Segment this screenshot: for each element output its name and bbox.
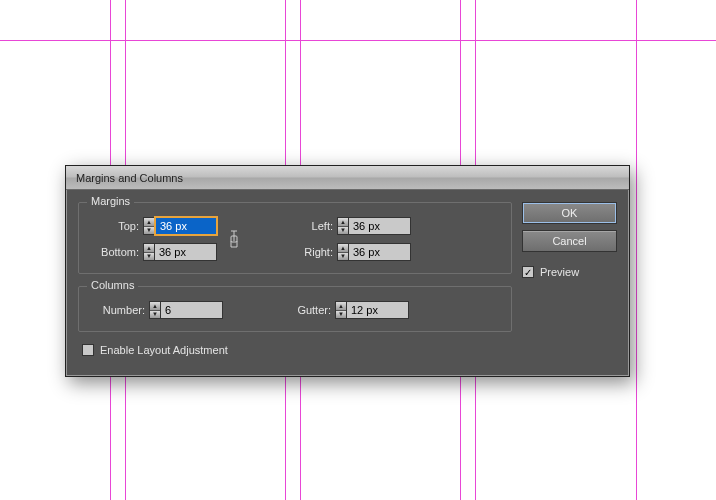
checkbox-icon[interactable]: ✓ — [522, 266, 534, 278]
top-stepper[interactable]: ▲▼ — [143, 217, 155, 235]
chevron-up-icon[interactable]: ▲ — [144, 244, 154, 253]
columns-group: Columns Number: ▲▼ Gutter: — [78, 286, 512, 332]
chevron-down-icon[interactable]: ▼ — [338, 227, 348, 235]
chevron-down-icon[interactable]: ▼ — [338, 253, 348, 261]
chevron-up-icon[interactable]: ▲ — [336, 302, 346, 311]
checkbox-icon[interactable] — [82, 344, 94, 356]
chevron-down-icon[interactable]: ▼ — [144, 253, 154, 261]
chevron-down-icon[interactable]: ▼ — [144, 227, 154, 235]
chevron-down-icon[interactable]: ▼ — [336, 311, 346, 319]
preview-label: Preview — [540, 266, 579, 278]
enable-layout-adjustment[interactable]: Enable Layout Adjustment — [82, 344, 512, 356]
right-stepper[interactable]: ▲▼ — [337, 243, 349, 261]
ok-button[interactable]: OK — [522, 202, 617, 224]
number-label: Number: — [89, 304, 145, 316]
preview-checkbox[interactable]: ✓ Preview — [522, 266, 617, 278]
gutter-input[interactable] — [347, 301, 409, 319]
gutter-stepper[interactable]: ▲▼ — [335, 301, 347, 319]
adjust-label: Enable Layout Adjustment — [100, 344, 228, 356]
left-input[interactable] — [349, 217, 411, 235]
chevron-up-icon[interactable]: ▲ — [338, 244, 348, 253]
gutter-label: Gutter: — [281, 304, 331, 316]
bottom-stepper[interactable]: ▲▼ — [143, 243, 155, 261]
chevron-up-icon[interactable]: ▲ — [150, 302, 160, 311]
dialog-title: Margins and Columns — [76, 172, 183, 184]
number-stepper[interactable]: ▲▼ — [149, 301, 161, 319]
right-input[interactable] — [349, 243, 411, 261]
right-label: Right: — [283, 246, 333, 258]
bottom-input[interactable] — [155, 243, 217, 261]
top-input[interactable] — [155, 217, 217, 235]
left-label: Left: — [283, 220, 333, 232]
guide-vertical — [636, 0, 637, 500]
link-margins-icon[interactable] — [225, 217, 243, 261]
columns-legend: Columns — [87, 279, 138, 291]
dialog-titlebar[interactable]: Margins and Columns — [66, 166, 629, 190]
chevron-down-icon[interactable]: ▼ — [150, 311, 160, 319]
cancel-button[interactable]: Cancel — [522, 230, 617, 252]
margins-columns-dialog: Margins and Columns Margins Top: ▲▼ — [65, 165, 630, 377]
number-input[interactable] — [161, 301, 223, 319]
bottom-label: Bottom: — [89, 246, 139, 258]
chevron-up-icon[interactable]: ▲ — [144, 218, 154, 227]
chevron-up-icon[interactable]: ▲ — [338, 218, 348, 227]
margins-legend: Margins — [87, 195, 134, 207]
margins-group: Margins Top: ▲▼ Bottom: — [78, 202, 512, 274]
guide-horizontal — [0, 40, 716, 41]
top-label: Top: — [89, 220, 139, 232]
left-stepper[interactable]: ▲▼ — [337, 217, 349, 235]
